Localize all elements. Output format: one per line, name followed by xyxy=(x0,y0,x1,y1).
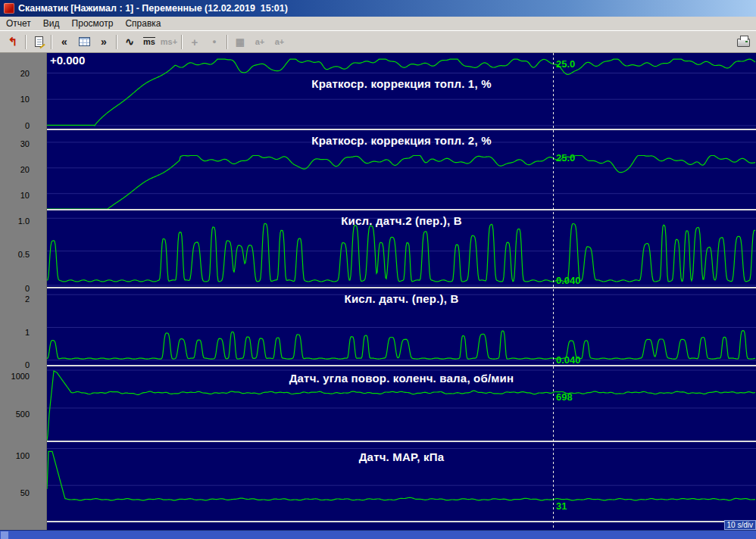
print-button[interactable] xyxy=(733,33,753,50)
waveform-crankshaft-rpm xyxy=(47,366,756,442)
exit-icon: ↰ xyxy=(8,35,18,48)
axis-label: 500 xyxy=(0,410,30,419)
data-table-icon xyxy=(79,37,90,46)
axis-label: 10 xyxy=(0,95,30,104)
prev-page-button[interactable]: « xyxy=(55,33,74,50)
toolbar-separator xyxy=(181,35,183,49)
data-table-button[interactable] xyxy=(74,33,94,50)
add-marker-icon: + xyxy=(192,36,198,48)
record-icon: ● xyxy=(212,38,216,45)
graph-mode-icon: ∿ xyxy=(125,36,134,48)
cursor-line[interactable] xyxy=(553,53,554,530)
menu-browse[interactable]: Просмотр xyxy=(66,17,120,30)
menu-view[interactable]: Вид xyxy=(37,17,66,30)
toolbar: ↰«»∿msms++●▦a+a+ xyxy=(0,30,756,53)
font-increase-icon: a+ xyxy=(255,37,265,46)
prev-page-icon: « xyxy=(61,36,67,48)
axis-label: 10 xyxy=(0,191,30,200)
font-decrease-button: a+ xyxy=(270,33,289,50)
record-button: ● xyxy=(205,33,224,50)
menubar: ОтчетВидПросмотрСправка xyxy=(0,17,756,30)
menu-help[interactable]: Справка xyxy=(119,17,167,30)
time-measure-button[interactable]: ms xyxy=(139,33,159,50)
axis-label: 1.0 xyxy=(0,217,30,226)
chart-window-button: ▦ xyxy=(230,33,250,50)
waveform-o2-sensor-1 xyxy=(47,288,756,366)
toolbar-separator xyxy=(51,35,52,49)
axis-label: 2 xyxy=(0,294,30,304)
panel-o2-sensor-1[interactable]: Кисл. датч. (пер.), В0.040 xyxy=(47,288,756,366)
axis-label: 0.5 xyxy=(0,250,30,259)
next-page-icon: » xyxy=(101,36,107,48)
axis-label: 0 xyxy=(0,284,30,293)
waveform-map-sensor xyxy=(47,442,756,522)
status-chip xyxy=(1,531,8,539)
panel-fuel-trim-2[interactable]: Краткоср. коррекция топл. 2, %25.0 xyxy=(47,130,756,210)
time-measure-icon: ms xyxy=(143,37,155,46)
time-measure-add-icon: ms+ xyxy=(161,37,177,46)
signal-panels: +0.000 10 s/div Краткоср. коррекция топл… xyxy=(47,53,756,530)
waveform-fuel-trim-2 xyxy=(47,130,756,210)
chart-window-icon: ▦ xyxy=(236,36,245,48)
time-measure-add-button: ms+ xyxy=(159,33,179,50)
titlebar: Сканматик [Нажимал : 1] - Переменные (12… xyxy=(0,0,756,17)
time-offset-label: +0.000 xyxy=(50,54,85,67)
app-window: Сканматик [Нажимал : 1] - Переменные (12… xyxy=(0,0,756,539)
print-icon xyxy=(737,39,750,47)
axis-label: 1 xyxy=(0,328,30,337)
add-marker-button: + xyxy=(185,33,205,50)
report-button[interactable] xyxy=(29,33,48,50)
next-page-button[interactable]: » xyxy=(94,33,114,50)
toolbar-separator xyxy=(226,35,228,49)
axis-label: 0 xyxy=(0,121,30,130)
plot-area: 201003020101.00.50210100050010050 +0.000… xyxy=(0,53,756,530)
waveform-o2-sensor-2 xyxy=(47,210,756,288)
toolbar-separator xyxy=(25,35,27,49)
app-icon xyxy=(4,3,14,14)
axis-label: 1000 xyxy=(0,372,30,381)
panel-map-sensor[interactable]: Датч. MAP, кПа31 xyxy=(47,442,756,522)
font-decrease-icon: a+ xyxy=(275,37,285,46)
panel-fuel-trim-1[interactable]: Краткоср. коррекция топл. 1, %25.0 xyxy=(47,53,756,130)
panel-crankshaft-rpm[interactable]: Датч. угла повор. коленч. вала, об/мин69… xyxy=(47,366,756,442)
timebase-label: 10 s/div xyxy=(724,520,756,530)
exit-button[interactable]: ↰ xyxy=(3,33,23,50)
toolbar-separator xyxy=(116,35,117,49)
axis-label: 0 xyxy=(0,360,30,369)
axis-label: 30 xyxy=(0,139,30,148)
window-title: Сканматик [Нажимал : 1] - Переменные (12… xyxy=(18,3,288,14)
graph-mode-button[interactable]: ∿ xyxy=(120,33,139,50)
axis-label: 100 xyxy=(0,451,30,460)
font-increase-button: a+ xyxy=(250,33,270,50)
waveform-fuel-trim-1 xyxy=(47,53,756,130)
axis-label: 20 xyxy=(0,69,30,78)
axis-label: 20 xyxy=(0,165,30,174)
axis-label: 50 xyxy=(0,488,30,497)
statusbar xyxy=(0,530,756,539)
axis-gutter: 201003020101.00.50210100050010050 xyxy=(0,53,47,530)
panel-o2-sensor-2[interactable]: Кисл. датч.2 (пер.), В0.040 xyxy=(47,210,756,288)
menu-report[interactable]: Отчет xyxy=(0,17,37,30)
report-icon xyxy=(35,36,43,47)
